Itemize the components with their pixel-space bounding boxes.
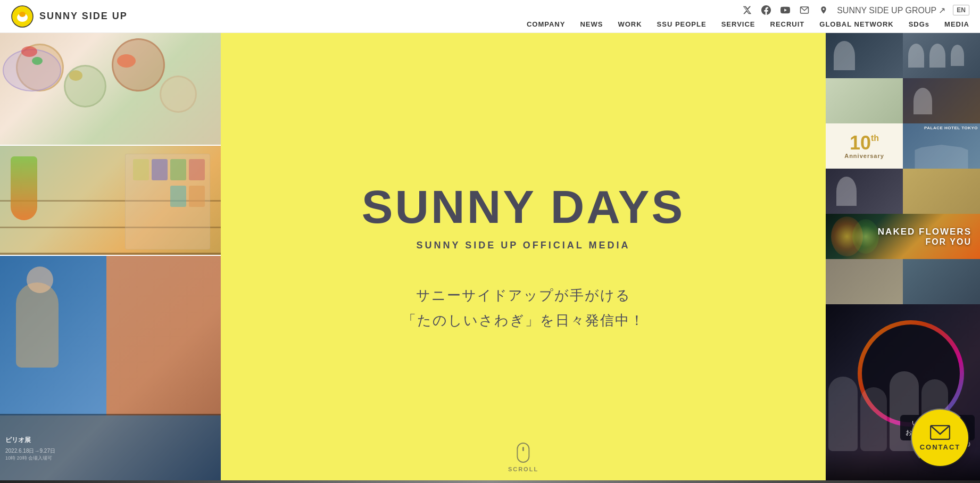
anniversary-number: 10 — [850, 134, 871, 153]
contact-button[interactable]: CONTACT — [911, 409, 969, 467]
grid-img-person4 — [903, 169, 980, 214]
hero-description: サニーサイドアップが手がける 「たのしいさわぎ」を日々発信中！ — [402, 283, 645, 333]
hero-section: SUNNY DAYS SUNNY SIDE UP OFFICIAL MEDIA … — [221, 33, 826, 483]
naked-flowers-text1: NAKED FLOWERS — [878, 227, 971, 237]
hero-desc-line1: サニーサイドアップが手がける — [402, 283, 645, 308]
header: SUNNY SIDE UP — [0, 0, 980, 33]
grid-img-2 — [903, 33, 980, 78]
social-icons-bar: SUNNY SIDE UP GROUP ↗ EN — [741, 4, 969, 16]
facebook-icon[interactable] — [760, 4, 772, 16]
poster-image: ピリオ展 2022.6.18日→9.27日 10時 20時 会場入場可 — [0, 256, 221, 483]
main-nav: SUNNY SIDE UP GROUP ↗ EN COMPANY NEWS WO… — [527, 4, 969, 28]
grid-img-hotel: PALACE HOTEL TOKYO — [903, 123, 980, 169]
naked-flowers-cell: NAKED FLOWERS FOR YOU — [826, 214, 980, 259]
scroll-mouse-icon — [517, 443, 529, 463]
nav-ssu-people[interactable]: SSU PEOPLE — [657, 20, 707, 28]
food-image — [0, 33, 221, 145]
nav-service[interactable]: SERVICE — [721, 20, 755, 28]
email-icon[interactable] — [799, 4, 810, 16]
nav-global-network[interactable]: GLOBAL NETWORK — [819, 20, 893, 28]
twitter-x-icon[interactable] — [741, 4, 753, 16]
svg-point-2 — [19, 12, 26, 17]
naked-flowers-text2: FOR YOU — [878, 237, 971, 247]
palace-hotel-label: PALACE HOTEL TOKYO — [909, 126, 978, 130]
nav-work[interactable]: WORK — [618, 20, 642, 28]
hero-title: SUNNY DAYS — [362, 184, 685, 230]
scroll-label: SCROLL — [508, 466, 538, 472]
youtube-icon[interactable] — [779, 4, 791, 16]
grid-img-person3 — [826, 169, 903, 214]
logo-area[interactable]: SUNNY SIDE UP — [11, 5, 128, 28]
poster-date-text: ピリオ展 2022.6.18日→9.27日 10時 20時 会場入場可 — [5, 435, 55, 462]
grid-img-1 — [826, 33, 903, 78]
language-button[interactable]: EN — [953, 5, 969, 15]
store-image — [0, 146, 221, 255]
bottom-bar — [0, 480, 980, 483]
hero-desc-line2: 「たのしいさわぎ」を日々発信中！ — [402, 308, 645, 333]
grid-img-person6 — [903, 259, 980, 304]
contact-email-icon — [930, 425, 950, 440]
anniversary-text: Anniversary — [844, 153, 884, 159]
anniversary-cell: 10 th Anniversary — [826, 123, 903, 169]
grid-img-formal — [903, 78, 980, 123]
anniversary-sup: th — [871, 134, 879, 143]
grid-img-outdoor — [826, 78, 903, 123]
nav-news[interactable]: NEWS — [580, 20, 603, 28]
contact-label: CONTACT — [920, 443, 961, 451]
nav-media[interactable]: MEDIA — [944, 20, 969, 28]
left-image-panel: ピリオ展 2022.6.18日→9.27日 10時 20時 会場入場可 — [0, 33, 221, 483]
logo-icon — [11, 5, 34, 28]
hero-subtitle: SUNNY SIDE UP OFFICIAL MEDIA — [416, 240, 630, 251]
nav-recruit[interactable]: RECRUIT — [770, 20, 805, 28]
nav-sdgs[interactable]: SDGs — [909, 20, 929, 28]
nav-company[interactable]: COMPANY — [527, 20, 565, 28]
group-link[interactable]: SUNNY SIDE UP GROUP ↗ — [837, 5, 945, 15]
location-icon[interactable] — [818, 4, 829, 16]
scroll-indicator[interactable]: SCROLL — [508, 443, 538, 472]
grid-img-person5 — [826, 259, 903, 304]
logo-text: SUNNY SIDE UP — [39, 11, 128, 22]
main-content: ピリオ展 2022.6.18日→9.27日 10時 20時 会場入場可 SUNN… — [0, 33, 980, 483]
